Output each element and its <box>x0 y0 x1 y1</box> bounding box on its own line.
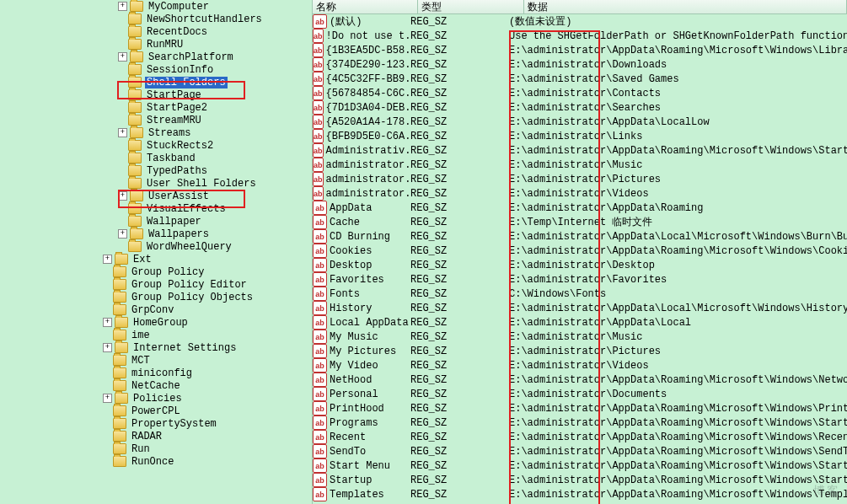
tree-item[interactable]: RunOnce <box>0 455 312 468</box>
value-type: REG_SZ <box>410 102 509 114</box>
value-row[interactable]: ab{4C5C32FF-BB9...REG_SZE:\administrator… <box>313 72 847 86</box>
expand-icon[interactable]: + <box>103 255 112 264</box>
tree-item[interactable]: Run <box>0 442 312 455</box>
value-row[interactable]: abDesktopREG_SZE:\administrator\Desktop <box>313 258 847 272</box>
expand-icon[interactable]: + <box>118 128 127 137</box>
tree-item[interactable]: NewShortcutHandlers <box>0 13 312 25</box>
tree-item[interactable]: Taskband <box>0 152 312 164</box>
tree-label: StartPage <box>145 89 203 101</box>
value-row[interactable]: abRecentREG_SZE:\administrator\AppData\R… <box>313 430 847 444</box>
value-row[interactable]: abMy MusicREG_SZE:\administrator\Music <box>313 330 847 344</box>
value-row[interactable]: abCookiesREG_SZE:\administrator\AppData\… <box>313 244 847 258</box>
tree-item[interactable]: PowerCPL <box>0 405 312 417</box>
value-row[interactable]: ab{7D1D3A04-DEB...REG_SZE:\administrator… <box>313 100 847 115</box>
value-row[interactable]: abadministrator...REG_SZE:\administrator… <box>313 172 847 186</box>
value-row[interactable]: ab{374DE290-123...REG_SZE:\administrator… <box>313 57 847 72</box>
tree-item[interactable]: WordWheelQuery <box>0 240 312 253</box>
value-row[interactable]: abCacheREG_SZE:\Temp\Internet 临时文件 <box>313 215 847 229</box>
tree-item[interactable]: SessionInfo <box>0 63 312 76</box>
tree-item[interactable]: StartPage <box>0 88 312 101</box>
tree-item[interactable]: RADAR <box>0 430 312 442</box>
tree-item[interactable]: StuckRects2 <box>0 139 312 152</box>
tree-item[interactable]: +Internet Settings <box>0 341 312 354</box>
tree-spacer <box>103 306 110 314</box>
tree-item[interactable]: Wallpaper <box>0 215 312 228</box>
value-row[interactable]: abPersonalREG_SZE:\administrator\Documen… <box>313 387 847 401</box>
expand-icon[interactable]: + <box>118 52 127 62</box>
tree-item[interactable]: GrpConv <box>0 303 312 316</box>
tree-item[interactable]: StartPage2 <box>0 101 312 114</box>
value-data: E:\administrator\AppData\Local\Microsoft… <box>509 303 847 314</box>
tree-item[interactable]: VisualEffects <box>0 202 312 215</box>
value-row[interactable]: ab{56784854-C6C...REG_SZE:\administrator… <box>313 86 847 100</box>
tree-item[interactable]: TypedPaths <box>0 164 312 177</box>
tree-item[interactable]: RecentDocs <box>0 25 312 38</box>
expand-icon[interactable]: + <box>103 318 112 327</box>
value-row[interactable]: abFavoritesREG_SZE:\administrator\Favori… <box>313 272 847 287</box>
value-row[interactable]: abMy VideoREG_SZE:\administrator\Videos <box>313 358 847 373</box>
value-row[interactable]: abPrintHoodREG_SZE:\administrator\AppDat… <box>313 401 847 416</box>
col-type[interactable]: 类型 <box>418 0 524 13</box>
expand-icon[interactable]: + <box>118 191 127 201</box>
value-row[interactable]: ab{A520A1A4-178...REG_SZE:\administrator… <box>313 115 847 129</box>
value-row[interactable]: abProgramsREG_SZE:\administrator\AppData… <box>313 416 847 430</box>
value-row[interactable]: abadministrator...REG_SZE:\administrator… <box>313 186 847 201</box>
value-row[interactable]: ab{BFB9D5E0-C6A...REG_SZE:\administrator… <box>313 129 847 143</box>
tree-item[interactable]: MCT <box>0 354 312 367</box>
value-row[interactable]: abNetHoodREG_SZE:\administrator\AppData\… <box>313 373 847 387</box>
value-row[interactable]: abCD BurningREG_SZE:\administrator\AppDa… <box>313 229 847 244</box>
value-row[interactable]: abLocal AppDataREG_SZE:\administrator\Ap… <box>313 315 847 330</box>
expand-icon[interactable]: + <box>118 2 127 11</box>
value-row[interactable]: abMy PicturesREG_SZE:\administrator\Pict… <box>313 344 847 358</box>
tree-item[interactable]: +UserAssist <box>0 190 312 202</box>
tree-item[interactable]: miniconfig <box>0 367 312 379</box>
expand-icon[interactable]: + <box>103 343 112 352</box>
tree-item[interactable]: PropertySystem <box>0 417 312 430</box>
value-data: E:\administrator\Videos <box>509 360 847 372</box>
string-value-icon: ab <box>313 487 327 501</box>
value-row[interactable]: abTemplatesREG_SZE:\administrator\AppDat… <box>313 487 847 501</box>
value-row[interactable]: abStartupREG_SZE:\administrator\AppData\… <box>313 473 847 487</box>
tree-item[interactable]: +SearchPlatform <box>0 51 312 63</box>
expand-icon[interactable]: + <box>103 394 112 403</box>
value-row[interactable]: ab{1B3EA5DC-B58...REG_SZE:\administrator… <box>313 43 847 57</box>
tree-item[interactable]: User Shell Folders <box>0 177 312 190</box>
tree-label: SessionInfo <box>145 64 215 76</box>
tree-item[interactable]: +HomeGroup <box>0 316 312 329</box>
tree-spacer <box>118 66 126 73</box>
tree-item[interactable]: Group Policy Objects <box>0 291 312 303</box>
list-body: ab(默认)REG_SZ(数值未设置)ab!Do not use t...REG… <box>313 14 847 501</box>
tree-item[interactable]: ime <box>0 329 312 341</box>
value-row[interactable]: abAppDataREG_SZE:\administrator\AppData\… <box>313 201 847 215</box>
value-data: E:\administrator\AppData\Roaming\Microso… <box>509 446 847 458</box>
expand-icon[interactable]: + <box>118 229 127 239</box>
tree-item[interactable]: NetCache <box>0 379 312 392</box>
tree-item[interactable]: +Policies <box>0 392 312 405</box>
tree-item[interactable]: +Wallpapers <box>0 228 312 240</box>
value-row[interactable]: ab!Do not use t...REG_SZUse the SHGetFol… <box>313 29 847 43</box>
tree-item[interactable]: Shell Folders <box>0 76 312 88</box>
col-data[interactable]: 数据 <box>524 0 847 13</box>
tree-item[interactable]: RunMRU <box>0 38 312 51</box>
tree-item[interactable]: +Ext <box>0 253 312 265</box>
folder-icon <box>128 216 142 227</box>
registry-tree[interactable]: +MyComputerNewShortcutHandlersRecentDocs… <box>0 0 313 504</box>
value-type: REG_SZ <box>410 303 509 314</box>
tree-item[interactable]: Group Policy <box>0 265 312 278</box>
value-row[interactable]: abStart MenuREG_SZE:\administrator\AppDa… <box>313 458 847 473</box>
tree-item[interactable]: StreamMRU <box>0 114 312 126</box>
value-row[interactable]: abFontsREG_SZC:\Windows\Fonts <box>313 287 847 301</box>
tree-item[interactable]: +Streams <box>0 126 312 139</box>
value-row[interactable]: abSendToREG_SZE:\administrator\AppData\R… <box>313 444 847 458</box>
folder-icon <box>113 418 126 429</box>
col-name[interactable]: 名称 <box>313 0 418 13</box>
value-row[interactable]: ab(默认)REG_SZ(数值未设置) <box>313 14 847 29</box>
folder-icon <box>113 304 126 315</box>
value-row[interactable]: abAdministrativ...REG_SZE:\administrator… <box>313 143 847 158</box>
value-row[interactable]: abadministrator...REG_SZE:\administrator… <box>313 158 847 172</box>
value-data: E:\administrator\AppData\Roaming\Microso… <box>509 45 847 56</box>
value-data: E:\administrator\AppData\Roaming\Microso… <box>509 489 847 501</box>
tree-item[interactable]: +MyComputer <box>0 0 312 13</box>
value-row[interactable]: abHistoryREG_SZE:\administrator\AppData\… <box>313 301 847 315</box>
tree-item[interactable]: Group Policy Editor <box>0 278 312 291</box>
